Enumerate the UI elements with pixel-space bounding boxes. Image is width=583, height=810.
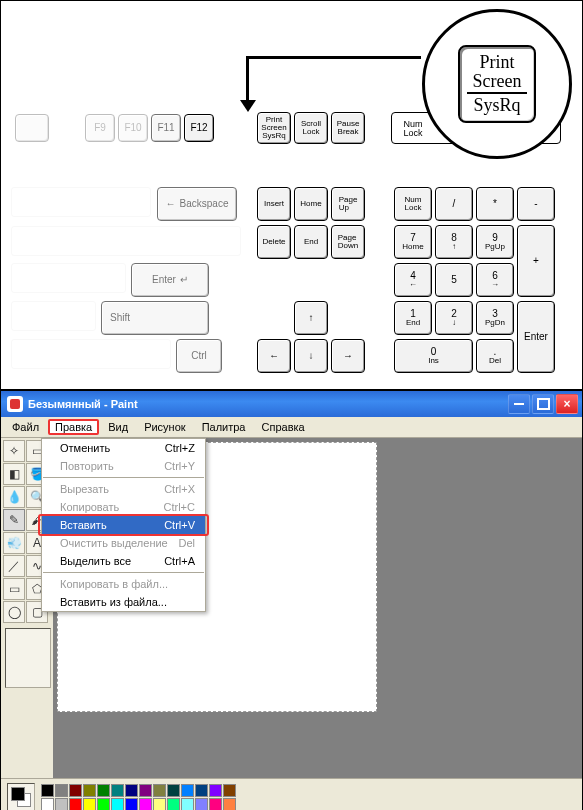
callout-line1: Print (479, 53, 514, 72)
swatch[interactable] (41, 784, 54, 797)
key-f12: F12 (184, 114, 214, 142)
key-arrow-left: ← (257, 339, 291, 373)
swatch[interactable] (167, 784, 180, 797)
key-pause: PauseBreak (331, 112, 365, 144)
swatch[interactable] (181, 798, 194, 811)
swatch[interactable] (97, 784, 110, 797)
numpad-8: 8↑ (435, 225, 473, 259)
numpad-div: / (435, 187, 473, 221)
key-enter: Enter↵ (131, 263, 209, 297)
numpad-6: 6→ (476, 263, 514, 297)
key-f11: F11 (151, 114, 181, 142)
swatch[interactable] (139, 784, 152, 797)
current-colors[interactable] (7, 783, 35, 810)
key-printscreen: PrintScreenSysRq (257, 112, 291, 144)
numpad-4: 4← (394, 263, 432, 297)
menu-separator (43, 477, 204, 478)
swatch[interactable] (167, 798, 180, 811)
menuitem-label: Очистить выделение (60, 537, 168, 549)
menuitem-отменить[interactable]: ОтменитьCtrl+Z (42, 439, 205, 457)
titlebar[interactable]: Безымянный - Paint × (1, 391, 582, 417)
numpad-3: 3PgDn (476, 301, 514, 335)
swatch[interactable] (111, 798, 124, 811)
swatch[interactable] (209, 798, 222, 811)
menuitem-вставить[interactable]: ВставитьCtrl+V (42, 516, 205, 534)
tool-options[interactable] (5, 628, 51, 688)
numpad-9: 9PgUp (476, 225, 514, 259)
numpad-numlock: NumLock (394, 187, 432, 221)
window-title: Безымянный - Paint (28, 398, 138, 410)
key-delete: Delete (257, 225, 291, 259)
swatch[interactable] (153, 798, 166, 811)
numpad-2: 2↓ (435, 301, 473, 335)
menuitem-выделить-все[interactable]: Выделить всеCtrl+A (42, 552, 205, 570)
numpad-sub: - (517, 187, 555, 221)
numpad-dot: .Del (476, 339, 514, 373)
menuitem-accel: Ctrl+V (164, 519, 195, 531)
swatch[interactable] (41, 798, 54, 811)
swatch[interactable] (55, 798, 68, 811)
workspace: ✧▭◧🪣💧🔍✎🖌💨A／∿▭⬠◯▢ ОтменитьCtrl+ZПовторить… (1, 438, 582, 778)
tool-line[interactable]: ／ (3, 555, 25, 577)
menu-edit[interactable]: Правка (48, 419, 99, 435)
paint-window: Безымянный - Paint × Файл Правка Вид Рис… (0, 390, 583, 810)
key-f9: F9 (85, 114, 115, 142)
swatch[interactable] (125, 784, 138, 797)
close-button[interactable]: × (556, 394, 578, 414)
swatch[interactable] (195, 798, 208, 811)
menu-file[interactable]: Файл (5, 419, 46, 435)
numpad-mul: * (476, 187, 514, 221)
tool-rect[interactable]: ▭ (3, 578, 25, 600)
key-pgdn: Page Down (331, 225, 365, 259)
key-ctrl: Ctrl (176, 339, 222, 373)
swatch[interactable] (223, 784, 236, 797)
callout-line2: Screen (473, 72, 522, 91)
key-f10: F10 (118, 114, 148, 142)
swatch[interactable] (139, 798, 152, 811)
menuitem-label: Копировать (60, 501, 119, 513)
swatch[interactable] (195, 784, 208, 797)
menu-image[interactable]: Рисунок (137, 419, 193, 435)
swatch[interactable] (223, 798, 236, 811)
maximize-button[interactable] (532, 394, 554, 414)
menuitem-вставить-из-файла-[interactable]: Вставить из файла... (42, 593, 205, 611)
key-fragment (15, 114, 49, 142)
swatch[interactable] (83, 798, 96, 811)
tool-picker[interactable]: 💧 (3, 486, 25, 508)
menuitem-label: Отменить (60, 442, 110, 454)
key-insert: Insert (257, 187, 291, 221)
menuitem-accel: Ctrl+C (164, 501, 195, 513)
tool-pencil[interactable]: ✎ (3, 509, 25, 531)
minimize-button[interactable] (508, 394, 530, 414)
menuitem-label: Вставить из файла... (60, 596, 167, 608)
swatch[interactable] (69, 798, 82, 811)
menuitem-вырезать: ВырезатьCtrl+X (42, 480, 205, 498)
swatch[interactable] (55, 784, 68, 797)
swatch[interactable] (125, 798, 138, 811)
swatch[interactable] (153, 784, 166, 797)
swatch[interactable] (209, 784, 222, 797)
swatch[interactable] (181, 784, 194, 797)
menu-separator (43, 572, 204, 573)
tool-freeform-select[interactable]: ✧ (3, 440, 25, 462)
menuitem-копировать-в-файл-: Копировать в файл... (42, 575, 205, 593)
tool-ellipse[interactable]: ◯ (3, 601, 25, 623)
swatch[interactable] (83, 784, 96, 797)
menu-view[interactable]: Вид (101, 419, 135, 435)
key-arrow-right: → (331, 339, 365, 373)
swatch[interactable] (69, 784, 82, 797)
tool-airbrush[interactable]: 💨 (3, 532, 25, 554)
edit-dropdown: ОтменитьCtrl+ZПовторитьCtrl+YВырезатьCtr… (41, 438, 206, 612)
menu-palette[interactable]: Палитра (195, 419, 253, 435)
swatch[interactable] (97, 798, 110, 811)
menu-help[interactable]: Справка (255, 419, 312, 435)
led-numlock: Num Lock (394, 117, 432, 141)
app-icon (7, 396, 23, 412)
numpad-0: 0Ins (394, 339, 473, 373)
swatch[interactable] (111, 784, 124, 797)
tool-eraser[interactable]: ◧ (3, 463, 25, 485)
numpad-7: 7Home (394, 225, 432, 259)
numpad-5: 5 (435, 263, 473, 297)
menubar: Файл Правка Вид Рисунок Палитра Справка (1, 417, 582, 438)
color-palette (41, 784, 236, 811)
